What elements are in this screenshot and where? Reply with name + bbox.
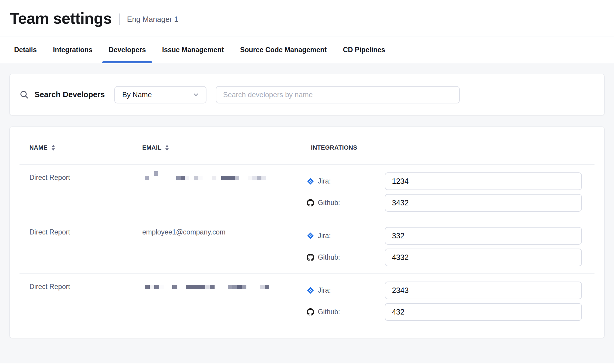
redaction-block [237, 285, 242, 289]
search-filter-select[interactable]: By Name [114, 86, 206, 103]
developer-name: Direct Report [29, 174, 137, 212]
jira-icon [307, 232, 314, 240]
developer-row: Direct Report employee1@company.com Jira… [10, 219, 604, 273]
tab-details[interactable]: Details [8, 37, 43, 63]
tab-cd-pipelines[interactable]: CD Pipelines [337, 37, 392, 63]
redaction-block [265, 285, 269, 289]
settings-tabs: Details Integrations Developers Issue Ma… [0, 37, 614, 63]
redaction-block [145, 285, 150, 289]
title-separator [119, 13, 120, 25]
github-label: Github: [307, 253, 385, 261]
jira-line: Jira: [307, 172, 594, 190]
github-icon [307, 199, 314, 207]
redaction-block [145, 176, 149, 180]
sort-icon[interactable] [165, 145, 169, 151]
github-id-input[interactable] [385, 194, 582, 212]
github-id-input[interactable] [385, 249, 582, 266]
search-icon [20, 90, 29, 100]
github-label-text: Github: [318, 308, 340, 316]
table-header-row: NAME EMAIL INTEGRATIONS [10, 127, 604, 164]
column-label: EMAIL [142, 144, 161, 151]
jira-label-text: Jira: [318, 177, 331, 185]
developer-email-redacted [137, 282, 307, 289]
developer-name: Direct Report [29, 228, 137, 266]
integrations-cell: Jira: Github: [307, 227, 594, 266]
column-label: INTEGRATIONS [311, 144, 357, 151]
redaction-block [235, 176, 239, 180]
search-developers-input[interactable] [216, 86, 460, 103]
page-header: Team settings Eng Manager 1 [0, 0, 614, 37]
tab-issue-management[interactable]: Issue Management [156, 37, 230, 63]
developer-email-redacted [137, 172, 307, 180]
github-line: Github: [307, 303, 594, 321]
redaction-block [176, 176, 181, 180]
github-label: Github: [307, 199, 385, 207]
jira-id-input[interactable] [385, 282, 582, 299]
jira-icon [307, 287, 314, 294]
tab-developers[interactable]: Developers [102, 37, 152, 63]
redaction-block [232, 285, 237, 289]
jira-id-input[interactable] [385, 227, 582, 245]
redaction-block [194, 176, 198, 180]
team-name-subtitle: Eng Manager 1 [127, 15, 178, 24]
search-developers-card: Search Developers By Name [9, 74, 605, 115]
search-filter-value: By Name [122, 91, 152, 99]
redaction-block [212, 176, 216, 180]
jira-label: Jira: [307, 177, 385, 185]
developer-email: employee1@company.com [137, 228, 307, 266]
github-label-text: Github: [318, 199, 340, 207]
redaction-block [185, 176, 189, 180]
redaction-block [252, 176, 257, 180]
redaction-block [210, 285, 215, 289]
column-header-email: EMAIL [137, 144, 307, 151]
tab-label: Details [14, 46, 37, 54]
tab-source-code-management[interactable]: Source Code Management [234, 37, 333, 63]
redaction-block [154, 171, 158, 176]
developer-row: Direct Report Jira: [10, 274, 604, 328]
redaction-block [172, 285, 177, 289]
chevron-down-icon [193, 91, 199, 98]
redaction-block [228, 285, 232, 289]
jira-label: Jira: [307, 286, 385, 294]
tab-label: Source Code Management [240, 46, 327, 54]
redaction-block [261, 176, 266, 180]
tab-integrations[interactable]: Integrations [47, 37, 99, 63]
jira-label-text: Jira: [318, 232, 331, 240]
column-header-name: NAME [29, 144, 137, 151]
row-divider [20, 328, 594, 328]
tab-label: CD Pipelines [343, 46, 385, 54]
redaction-block [150, 285, 154, 289]
developer-row: Direct Report Jira: [10, 165, 604, 219]
page-title: Team settings [10, 9, 112, 27]
jira-label-text: Jira: [318, 286, 331, 294]
tab-label: Integrations [53, 46, 92, 54]
redaction-block [242, 285, 246, 289]
redaction-block [154, 285, 159, 289]
integrations-cell: Jira: Github: [307, 282, 594, 321]
column-header-integrations: INTEGRATIONS [307, 144, 594, 151]
github-line: Github: [307, 194, 594, 212]
github-label-text: Github: [318, 253, 340, 261]
jira-id-input[interactable] [385, 172, 582, 190]
jira-line: Jira: [307, 282, 594, 299]
sort-icon[interactable] [51, 145, 55, 151]
redaction-block [221, 176, 235, 180]
tab-label: Issue Management [162, 46, 224, 54]
redaction-block [159, 285, 164, 289]
search-developers-label: Search Developers [35, 90, 105, 99]
redaction-block [260, 285, 265, 289]
github-label: Github: [307, 308, 385, 316]
developer-name: Direct Report [29, 283, 137, 321]
redaction-block [257, 176, 261, 180]
redaction-block [198, 176, 203, 180]
jira-icon [307, 178, 314, 185]
github-id-input[interactable] [385, 303, 582, 321]
github-icon [307, 254, 314, 261]
redaction-block [181, 176, 185, 180]
github-icon [307, 308, 314, 316]
page-content: Search Developers By Name NAME EMAIL [0, 63, 614, 363]
jira-label: Jira: [307, 232, 385, 240]
column-label: NAME [29, 144, 48, 151]
tab-label: Developers [109, 46, 146, 54]
integrations-cell: Jira: Github: [307, 172, 594, 212]
